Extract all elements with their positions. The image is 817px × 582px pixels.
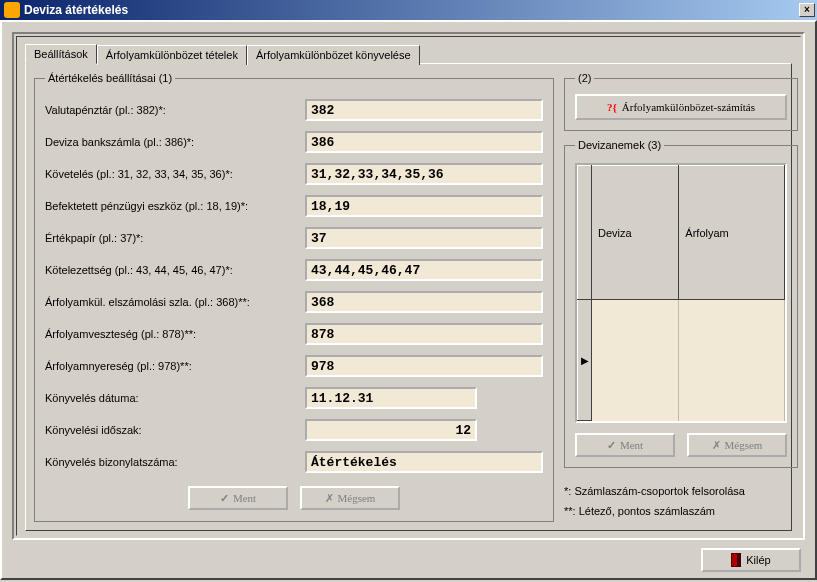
check-icon: ✓: [220, 492, 229, 505]
input-konyv-bizonylat[interactable]: [305, 451, 543, 473]
tab-beallitasok[interactable]: Beállítások: [25, 44, 97, 64]
cancel-icon: ✗: [712, 439, 721, 452]
grid-corner: [578, 166, 592, 300]
tab-arfolyam-tetelek[interactable]: Árfolyamkülönbözet tételek: [97, 45, 247, 65]
label-arf-nyereseg: Árfolyamnyereség (pl.: 978)**:: [45, 360, 305, 372]
label-arf-veszteseg: Árfolyamveszteség (pl.: 878)**:: [45, 328, 305, 340]
tab-strip: Beállítások Árfolyamkülönbözet tételek Á…: [25, 43, 792, 63]
grid-col-arfolyam[interactable]: Árfolyam: [679, 166, 785, 300]
input-arf-elszamolasi[interactable]: [305, 291, 543, 313]
settings-group: Átértékelés beállításai (1) Valutapénztá…: [34, 72, 554, 522]
app-icon: [4, 2, 20, 18]
label-ertekpapir: Értékpapír (pl.: 37)*:: [45, 232, 305, 244]
question-icon: ?{: [607, 101, 617, 113]
label-valutapenztar: Valutapénztár (pl.: 382)*:: [45, 104, 305, 116]
calc-group: (2) ?{ Árfolyamkülönbözet-számítás: [564, 72, 798, 131]
tab-content: Átértékelés beállításai (1) Valutapénztá…: [25, 63, 792, 531]
label-konyv-datum: Könyvelés dátuma:: [45, 392, 305, 404]
footnote-2: **: Létező, pontos számlaszám: [564, 502, 798, 522]
save-button-right[interactable]: ✓ Ment: [575, 433, 675, 457]
input-konyv-datum[interactable]: [305, 387, 477, 409]
cancel-button-right[interactable]: ✗ Mégsem: [687, 433, 787, 457]
grid-row-indicator: ▶: [578, 300, 592, 421]
cancel-button-label: Mégsem: [338, 492, 376, 504]
label-konyv-bizonylat: Könyvelés bizonylatszáma:: [45, 456, 305, 468]
devizanemek-group: Devizanemek (3) Deviza Árfolyam ▶: [564, 139, 798, 468]
grid-col-deviza[interactable]: Deviza: [592, 166, 679, 300]
devizanemek-legend: Devizanemek (3): [575, 139, 664, 151]
currency-grid[interactable]: Deviza Árfolyam ▶: [575, 163, 787, 423]
window-title: Deviza átértékelés: [24, 3, 799, 17]
input-valutapenztar[interactable]: [305, 99, 543, 121]
check-icon: ✓: [607, 439, 616, 452]
input-arf-veszteseg[interactable]: [305, 323, 543, 345]
close-button[interactable]: ×: [799, 3, 815, 17]
calc-button[interactable]: ?{ Árfolyamkülönbözet-számítás: [575, 94, 787, 120]
label-arf-elszamolasi: Árfolyamkül. elszámolási szla. (pl.: 368…: [45, 296, 305, 308]
exit-button[interactable]: Kilép: [701, 548, 801, 572]
input-konyv-idoszak[interactable]: [305, 419, 477, 441]
footnote-1: *: Számlaszám-csoportok felsorolása: [564, 482, 798, 502]
footnotes: *: Számlaszám-csoportok felsorolása **: …: [564, 482, 798, 522]
settings-legend: Átértékelés beállításai (1): [45, 72, 175, 84]
cancel-icon: ✗: [325, 492, 334, 505]
grid-cell-arfolyam[interactable]: [679, 300, 785, 421]
tab-arfolyam-konyveles[interactable]: Árfolyamkülönbözet könyvelése: [247, 45, 420, 65]
input-kotelezettseg[interactable]: [305, 259, 543, 281]
label-konyv-idoszak: Könyvelési időszak:: [45, 424, 305, 436]
window-body: Beállítások Árfolyamkülönbözet tételek Á…: [0, 20, 817, 580]
save-button-label: Ment: [233, 492, 256, 504]
cancel-button-label: Mégsem: [725, 439, 763, 451]
calc-button-label: Árfolyamkülönbözet-számítás: [622, 101, 755, 113]
label-deviza-bank: Deviza bankszámla (pl.: 386)*:: [45, 136, 305, 148]
label-kotelezettseg: Kötelezettség (pl.: 43, 44, 45, 46, 47)*…: [45, 264, 305, 276]
input-koveteles[interactable]: [305, 163, 543, 185]
input-arf-nyereseg[interactable]: [305, 355, 543, 377]
calc-legend: (2): [575, 72, 594, 84]
label-befektetett: Befektetett pénzügyi eszköz (pl.: 18, 19…: [45, 200, 305, 212]
save-button-left[interactable]: ✓ Ment: [188, 486, 288, 510]
cancel-button-left[interactable]: ✗ Mégsem: [300, 486, 400, 510]
exit-button-label: Kilép: [746, 554, 770, 566]
door-icon: [731, 553, 741, 567]
label-koveteles: Követelés (pl.: 31, 32, 33, 34, 35, 36)*…: [45, 168, 305, 180]
title-bar: Deviza átértékelés ×: [0, 0, 817, 20]
grid-cell-deviza[interactable]: [592, 300, 679, 421]
input-ertekpapir[interactable]: [305, 227, 543, 249]
input-deviza-bank[interactable]: [305, 131, 543, 153]
save-button-label: Ment: [620, 439, 643, 451]
input-befektetett[interactable]: [305, 195, 543, 217]
